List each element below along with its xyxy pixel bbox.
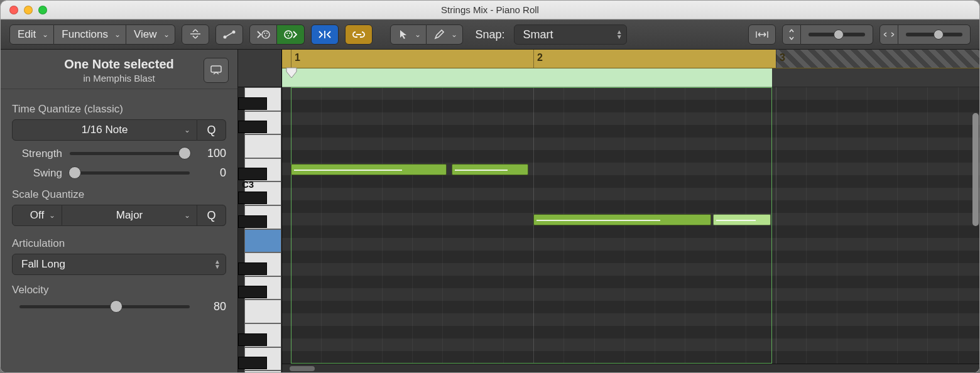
svg-point-6 — [285, 31, 292, 38]
link-icon — [351, 30, 366, 39]
chevron-down-icon: ⌄ — [184, 211, 190, 220]
pencil-tool[interactable]: ⌄ — [427, 24, 463, 45]
inspector-collapse-button[interactable] — [204, 58, 229, 83]
swing-value: 0 — [197, 166, 226, 180]
midi-out-colors-button[interactable] — [277, 24, 305, 45]
bar-number: 2 — [537, 52, 543, 63]
inspector-panel: One Note selected in Memphis Blast Time … — [1, 50, 238, 372]
palette-in-icon — [256, 29, 270, 40]
v-arrows-icon — [788, 29, 795, 40]
minimize-icon[interactable] — [24, 6, 33, 14]
midi-in-colors-button[interactable] — [249, 24, 277, 45]
zoom-vertical-button[interactable] — [782, 24, 801, 45]
swing-slider[interactable] — [70, 171, 190, 175]
snap-label: Snap: — [476, 28, 505, 41]
selection-subtitle: in Memphis Blast — [35, 73, 204, 84]
articulation-label: Articulation — [12, 237, 226, 250]
pointer-icon — [399, 30, 408, 40]
vertical-scrollbar[interactable] — [972, 113, 979, 226]
scale-type-field[interactable]: Major⌄ — [62, 205, 197, 226]
svg-point-5 — [265, 35, 266, 36]
svg-rect-10 — [211, 66, 221, 72]
time-quantize-field[interactable]: 1/16 Note ⌄ — [12, 119, 197, 141]
velocity-value: 80 — [197, 300, 226, 313]
chevron-down-icon: ⌄ — [49, 211, 55, 220]
zoom-horizontal-slider[interactable] — [898, 24, 971, 45]
midi-note[interactable] — [291, 164, 447, 175]
stepper-icon: ▲▼ — [616, 30, 623, 40]
zoom-horizontal-button[interactable] — [879, 24, 898, 45]
toolbar: Edit⌄ Functions⌄ View⌄ — [1, 19, 979, 50]
articulation-field[interactable]: Fall Long ▲▼ — [12, 254, 226, 275]
svg-point-2 — [262, 31, 270, 38]
time-quantize-label: Time Quantize (classic) — [12, 103, 226, 116]
chevron-down-icon: ⌄ — [42, 30, 48, 39]
midi-note[interactable] — [713, 214, 771, 225]
selection-title: One Note selected — [35, 57, 204, 72]
chevron-down-icon: ⌄ — [415, 30, 421, 39]
titlebar[interactable]: Strings Mix - Piano Roll — [1, 1, 979, 19]
snap-value-field[interactable]: Smart ▲▼ — [514, 24, 627, 45]
bar-ruler[interactable]: 123 — [282, 50, 979, 68]
svg-point-4 — [266, 33, 268, 34]
window-title: Strings Mix - Piano Roll — [1, 4, 979, 15]
svg-point-8 — [289, 33, 290, 34]
catch-playhead-button[interactable] — [311, 24, 339, 45]
zoom-vertical-slider[interactable] — [801, 24, 873, 45]
zoom-icon[interactable] — [38, 6, 47, 14]
velocity-label: Velocity — [12, 284, 226, 296]
catch-icon — [317, 30, 332, 40]
horizontal-scrollbar[interactable] — [282, 364, 979, 372]
strength-slider[interactable] — [70, 152, 190, 155]
collapse-icon — [189, 29, 202, 40]
collapse-tracks-button[interactable] — [182, 24, 209, 45]
piano-roll-grid-area: 123 — [282, 50, 979, 372]
svg-point-7 — [286, 33, 288, 34]
palette-out-icon — [283, 29, 297, 40]
bar-number: 3 — [780, 52, 785, 63]
strength-value: 100 — [197, 147, 226, 160]
pencil-icon — [434, 30, 444, 40]
chevron-down-icon: ⌄ — [163, 30, 170, 39]
bar-number: 1 — [295, 52, 300, 63]
stepper-icon: ▲▼ — [214, 259, 220, 269]
midi-note[interactable] — [452, 164, 528, 175]
quantize-now-button[interactable]: Q — [197, 119, 226, 141]
panel-toggle-icon — [210, 65, 222, 75]
chevron-down-icon: ⌄ — [184, 126, 190, 134]
swing-label: Swing — [12, 167, 62, 180]
playhead-icon[interactable] — [286, 67, 297, 87]
pointer-tool[interactable]: ⌄ — [390, 24, 427, 45]
close-icon[interactable] — [9, 6, 18, 14]
strength-label: Strength — [12, 148, 62, 160]
scale-quantize-now-button[interactable]: Q — [197, 205, 226, 226]
menu-view[interactable]: View⌄ — [126, 24, 175, 45]
piano-keys[interactable]: C3 — [238, 50, 282, 372]
menu-edit[interactable]: Edit⌄ — [9, 24, 54, 45]
automation-curve-button[interactable] — [215, 24, 243, 45]
scale-onoff-field[interactable]: Off⌄ — [12, 205, 62, 226]
chevron-down-icon: ⌄ — [451, 30, 457, 39]
automation-icon — [222, 30, 236, 40]
svg-point-3 — [264, 33, 265, 34]
fit-h-icon — [755, 30, 769, 39]
window-controls — [1, 6, 47, 14]
zoom-fit-horizontal-button[interactable] — [748, 24, 776, 45]
region-strip[interactable] — [282, 68, 979, 87]
h-arrows-icon — [883, 31, 895, 38]
velocity-slider[interactable] — [19, 305, 190, 308]
chevron-down-icon: ⌄ — [114, 30, 121, 39]
menu-functions[interactable]: Functions⌄ — [54, 24, 126, 45]
octave-label-c3: C3 — [242, 179, 254, 190]
note-grid[interactable] — [282, 87, 979, 364]
scale-quantize-label: Scale Quantize — [12, 188, 226, 201]
svg-point-9 — [288, 35, 289, 36]
link-button[interactable] — [345, 24, 373, 45]
midi-note[interactable] — [533, 214, 711, 225]
piano-roll-window: Strings Mix - Piano Roll Edit⌄ Functions… — [0, 0, 980, 373]
